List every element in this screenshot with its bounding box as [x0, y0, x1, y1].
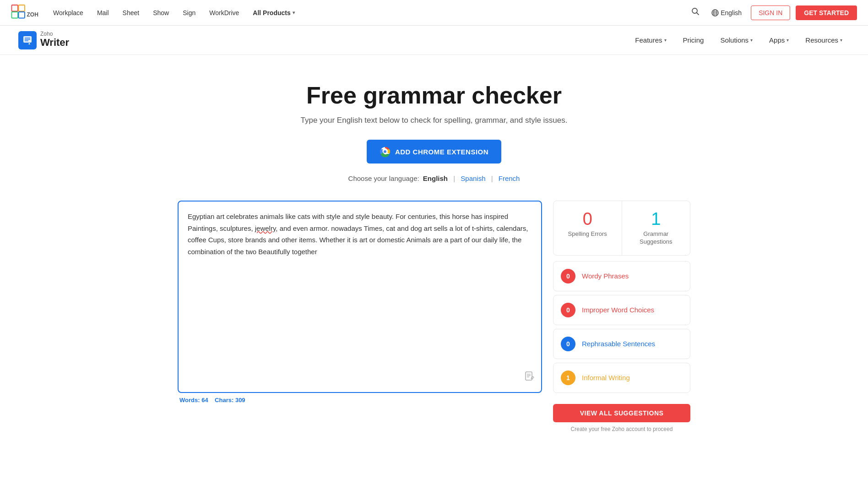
hero-section: Free grammar checker Type your English t… [178, 82, 690, 182]
chars-label: Chars: [215, 397, 233, 403]
svg-rect-2 [12, 12, 18, 18]
top-nav-links: Workplace Mail Sheet Show Sign WorkDrive… [48, 6, 689, 19]
wordy-phrases-item[interactable]: 0 Wordy Phrases [553, 261, 690, 291]
view-all-suggestions-button[interactable]: VIEW ALL SUGGESTIONS [553, 404, 690, 422]
top-navigation: ZOHO Workplace Mail Sheet Show Sign Work… [0, 0, 868, 26]
top-lang-label: English [721, 9, 742, 16]
french-lang-link[interactable]: French [499, 174, 520, 182]
editor-section: Egyptian art celebrates animals like cat… [178, 201, 542, 403]
improper-word-choices-item[interactable]: 0 Improper Word Choices [553, 295, 690, 325]
zoho-logo[interactable]: ZOHO [11, 3, 38, 23]
top-nav-mail[interactable]: Mail [92, 6, 114, 19]
informal-writing-item[interactable]: 1 Informal Writing [553, 363, 690, 393]
top-nav-sheet[interactable]: Sheet [117, 6, 145, 19]
svg-line-6 [697, 13, 699, 15]
selected-language: English [423, 174, 448, 182]
suggestions-sidebar: 0 Spelling Errors 1 Grammar Suggestions … [553, 201, 690, 432]
apps-chevron: ▾ [787, 38, 789, 43]
words-label: Words: [179, 397, 200, 403]
solutions-chevron: ▾ [750, 38, 753, 43]
svg-rect-20 [526, 372, 532, 380]
nav-solutions[interactable]: Solutions ▾ [713, 33, 760, 48]
word-count-value: 64 [201, 397, 208, 403]
grammar-suggestions-count: 1 [628, 210, 685, 228]
underlined-word: jewelry [255, 224, 276, 232]
language-selector-top[interactable]: English [708, 6, 745, 19]
char-count-value: 309 [235, 397, 245, 403]
word-count-bar: Words: 64 Chars: 309 [178, 397, 542, 403]
stats-row: 0 Spelling Errors 1 Grammar Suggestions [553, 201, 690, 256]
hero-subtitle: Type your English text below to check fo… [178, 116, 690, 125]
language-selector: Choose your language: English | Spanish … [178, 174, 690, 182]
top-nav-workplace[interactable]: Workplace [48, 6, 89, 19]
svg-point-19 [384, 150, 386, 153]
brand-zoho-label: Zoho [40, 31, 69, 37]
secondary-navigation: Zoho Writer Features ▾ Pricing Solutions… [0, 26, 868, 55]
features-chevron: ▾ [664, 38, 667, 43]
top-nav-sign[interactable]: Sign [177, 6, 201, 19]
informal-writing-badge: 1 [561, 371, 575, 385]
brand-logo-text: Zoho Writer [40, 31, 69, 49]
top-nav-right: English SIGN IN GET STARTED [689, 5, 857, 21]
svg-text:ZOHO: ZOHO [27, 11, 39, 17]
informal-writing-label: Informal Writing [582, 374, 630, 382]
hero-title: Free grammar checker [178, 82, 690, 109]
wordy-phrases-badge: 0 [561, 269, 575, 283]
nav-apps[interactable]: Apps ▾ [762, 33, 796, 48]
spelling-errors-stat: 0 Spelling Errors [553, 201, 622, 255]
main-content: Free grammar checker Type your English t… [159, 55, 709, 451]
svg-rect-0 [12, 5, 18, 11]
editor-icon [525, 370, 535, 386]
improper-word-badge: 0 [561, 303, 575, 317]
top-nav-all-products[interactable]: All Products ▾ [247, 6, 300, 19]
rephrasable-badge: 0 [561, 337, 575, 351]
top-nav-show[interactable]: Show [147, 6, 174, 19]
sign-in-button[interactable]: SIGN IN [751, 5, 790, 20]
create-account-note: Create your free Zoho account to proceed [553, 426, 690, 432]
svg-rect-1 [19, 5, 25, 11]
get-started-button[interactable]: GET STARTED [796, 5, 857, 20]
improper-word-label: Improper Word Choices [582, 306, 654, 314]
nav-resources[interactable]: Resources ▾ [798, 33, 850, 48]
search-button[interactable] [689, 5, 702, 21]
checker-layout: Egyptian art celebrates animals like cat… [178, 201, 690, 432]
all-products-chevron: ▾ [293, 10, 295, 15]
chrome-btn-label: ADD CHROME EXTENSION [395, 148, 488, 156]
wordy-phrases-label: Wordy Phrases [582, 272, 629, 280]
grammar-suggestions-stat: 1 Grammar Suggestions [622, 201, 690, 255]
writer-logo-icon [18, 31, 37, 49]
spelling-errors-label: Spelling Errors [559, 230, 616, 238]
top-nav-workdrive[interactable]: WorkDrive [204, 6, 244, 19]
choose-lang-label: Choose your language: [348, 174, 419, 182]
rephrasable-label: Rephrasable Sentences [582, 340, 655, 348]
writer-brand-logo[interactable]: Zoho Writer [18, 31, 69, 49]
svg-rect-3 [19, 12, 25, 18]
nav-features[interactable]: Features ▾ [628, 33, 673, 48]
suggestions-list: 0 Wordy Phrases 0 Improper Word Choices … [553, 261, 690, 397]
text-editor[interactable]: Egyptian art celebrates animals like cat… [178, 201, 542, 393]
second-nav-links: Features ▾ Pricing Solutions ▾ Apps ▾ Re… [628, 33, 850, 48]
spelling-errors-count: 0 [559, 210, 616, 228]
add-chrome-extension-button[interactable]: ADD CHROME EXTENSION [367, 140, 501, 164]
text-input[interactable]: Egyptian art celebrates animals like cat… [188, 211, 532, 376]
nav-pricing[interactable]: Pricing [676, 33, 711, 48]
brand-writer-label: Writer [40, 37, 69, 49]
resources-chevron: ▾ [840, 38, 842, 43]
grammar-suggestions-label: Grammar Suggestions [628, 230, 685, 246]
spanish-lang-link[interactable]: Spanish [461, 174, 485, 182]
rephrasable-sentences-item[interactable]: 0 Rephrasable Sentences [553, 329, 690, 359]
